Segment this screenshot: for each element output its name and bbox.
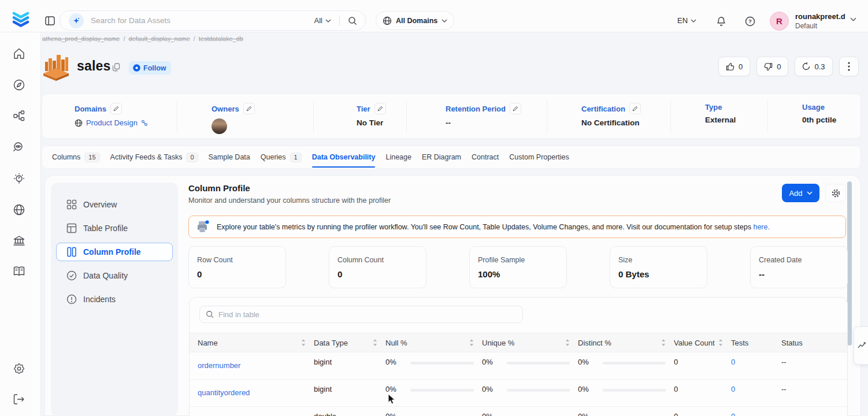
- copy-icon[interactable]: [112, 63, 120, 72]
- app-logo-icon[interactable]: [11, 10, 31, 29]
- sort-icon[interactable]: [373, 339, 377, 346]
- column-header-value-count[interactable]: Value Count: [674, 339, 731, 347]
- cell-name[interactable]: [190, 407, 314, 415]
- version-history-icon: [802, 62, 810, 70]
- metadata-value[interactable]: Product Design: [75, 118, 148, 127]
- sort-icon[interactable]: [718, 339, 723, 346]
- ai-sparkle-icon[interactable]: [69, 13, 84, 28]
- stat-card-row-count: Row Count0: [188, 246, 286, 288]
- user-menu[interactable]: rounakpreet.d Default: [795, 12, 845, 30]
- distinct-progress-bar: [603, 362, 666, 365]
- add-button[interactable]: Add: [782, 184, 819, 202]
- profile-nav-column-profile[interactable]: Column Profile: [56, 243, 173, 261]
- tab-lineage[interactable]: Lineage: [385, 146, 411, 168]
- breadcrumb-item[interactable]: default_display_name: [129, 35, 190, 42]
- find-in-table-input[interactable]: Find in table: [199, 306, 523, 323]
- edit-icon[interactable]: [510, 103, 521, 114]
- sort-icon[interactable]: [565, 339, 570, 346]
- column-header-name[interactable]: Name: [190, 339, 314, 347]
- profile-nav-overview[interactable]: Overview: [56, 195, 173, 214]
- null-progress-bar: [410, 362, 474, 365]
- profile-nav-incidents[interactable]: Incidents: [56, 290, 173, 309]
- observability-icon[interactable]: [12, 140, 26, 154]
- tab-er-diagram[interactable]: ER Diagram: [422, 146, 461, 168]
- insights-bulb-icon[interactable]: [12, 172, 26, 185]
- column-header-status[interactable]: Status: [781, 339, 847, 347]
- column-header-null-[interactable]: Null %: [385, 339, 482, 347]
- tab-queries[interactable]: Queries1: [261, 146, 302, 168]
- sidebar-toggle-icon[interactable]: [45, 16, 55, 25]
- tab-sample-data[interactable]: Sample Data: [209, 146, 250, 168]
- metadata-section-tier: TierNo Tier: [357, 103, 386, 127]
- profiler-settings-button[interactable]: [825, 184, 846, 202]
- cell-tests[interactable]: 0: [731, 352, 781, 366]
- breadcrumb[interactable]: athena_prod_display_name/default_display…: [42, 35, 243, 42]
- column-header-unique-[interactable]: Unique %: [482, 339, 578, 347]
- banner-here-link[interactable]: here.: [753, 223, 770, 231]
- cell-tests[interactable]: 0: [731, 407, 781, 416]
- cell-name[interactable]: ordernumber: [190, 352, 314, 370]
- follow-button[interactable]: Follow: [129, 61, 171, 75]
- explore-compass-icon[interactable]: [12, 78, 26, 92]
- search-input[interactable]: Search for Data Assets: [91, 16, 314, 25]
- downvote-button[interactable]: 0: [756, 57, 788, 76]
- chart-handle-icon: [858, 341, 867, 350]
- right-panel-handle[interactable]: [854, 326, 868, 365]
- settings-gear-icon[interactable]: [12, 362, 26, 376]
- tab-contract[interactable]: Contract: [472, 146, 499, 168]
- version-button[interactable]: 0.3: [795, 57, 832, 76]
- breadcrumb-item[interactable]: testdatalake_db: [199, 35, 243, 42]
- sort-icon[interactable]: [469, 339, 474, 346]
- tab-data-observability[interactable]: Data Observability: [312, 146, 376, 168]
- metadata-divider: [313, 100, 314, 133]
- help-icon[interactable]: ?: [745, 16, 755, 27]
- tab-columns[interactable]: Columns15: [52, 146, 100, 168]
- govern-bank-icon[interactable]: [12, 234, 26, 248]
- glossary-book-icon[interactable]: [12, 265, 26, 278]
- edit-icon[interactable]: [374, 103, 386, 114]
- home-icon[interactable]: [12, 47, 26, 61]
- chevron-down-icon: [442, 19, 447, 23]
- user-menu-chevron-icon[interactable]: [850, 17, 856, 21]
- global-search[interactable]: Search for Data Assets All: [60, 10, 366, 31]
- edit-icon[interactable]: [110, 103, 122, 114]
- search-icon[interactable]: [348, 16, 357, 25]
- edit-icon[interactable]: [243, 103, 255, 114]
- metadata-divider: [767, 100, 768, 133]
- sort-icon[interactable]: [301, 339, 306, 346]
- tab-activity-feeds-tasks[interactable]: Activity Feeds & Tasks0: [110, 146, 198, 168]
- search-scope-dropdown[interactable]: All: [314, 16, 331, 25]
- user-avatar[interactable]: R: [770, 12, 789, 31]
- cell-name[interactable]: quantityordered: [190, 380, 314, 397]
- profile-nav-table-profile[interactable]: Table Profile: [56, 219, 173, 237]
- tab-badge: 15: [84, 153, 99, 162]
- edit-icon[interactable]: [629, 103, 641, 114]
- upvote-button[interactable]: 0: [718, 57, 750, 76]
- metadata-section-domains: DomainsProduct Design: [75, 103, 148, 127]
- sort-icon[interactable]: [661, 339, 666, 346]
- column-header-distinct-[interactable]: Distinct %: [578, 339, 674, 347]
- tab-custom-properties[interactable]: Custom Properties: [509, 146, 569, 168]
- tab-label: Data Observability: [312, 153, 376, 161]
- profile-nav-data-quality[interactable]: Data Quality: [56, 266, 173, 285]
- domains-dropdown[interactable]: All Domains: [376, 11, 454, 30]
- breadcrumb-separator: /: [123, 35, 125, 42]
- scrollbar-thumb[interactable]: [847, 181, 852, 346]
- metadata-divider: [670, 100, 671, 133]
- more-options-button[interactable]: [839, 57, 859, 76]
- owner-avatar[interactable]: [212, 118, 255, 134]
- search-icon: [206, 310, 214, 318]
- notifications-bell-icon[interactable]: [716, 16, 726, 27]
- column-header-label: Data Type: [314, 339, 348, 347]
- logout-icon[interactable]: [12, 392, 26, 406]
- cell-value-count: 0: [674, 352, 731, 366]
- language-dropdown[interactable]: EN: [677, 16, 696, 25]
- breadcrumb-item[interactable]: athena_prod_display_name: [42, 35, 120, 42]
- metadata-value: External: [705, 116, 736, 124]
- column-header-tests[interactable]: Tests: [731, 339, 781, 347]
- column-header-data-type[interactable]: Data Type: [314, 339, 385, 347]
- domains-globe-icon[interactable]: [12, 203, 26, 217]
- cell-tests[interactable]: 0: [731, 380, 781, 393]
- cell-distinct-pct: 0%: [578, 407, 674, 416]
- lineage-flow-icon[interactable]: [12, 109, 26, 123]
